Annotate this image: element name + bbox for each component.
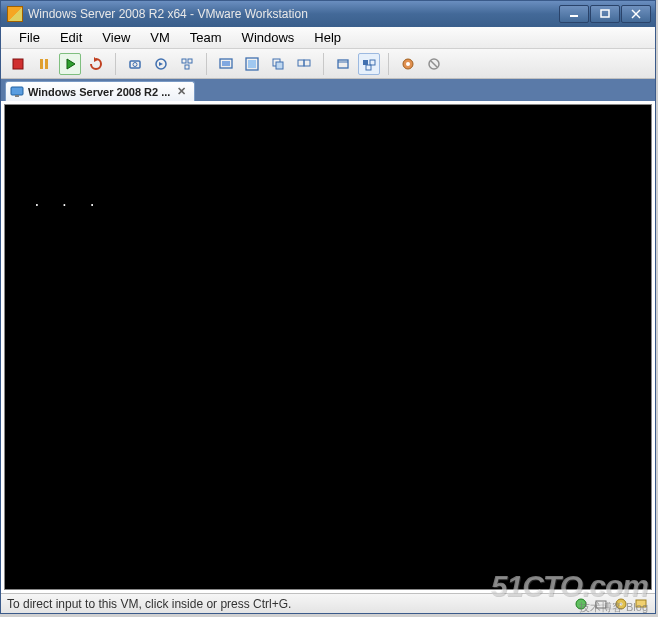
multi-monitor-button[interactable] [293,53,315,75]
tab-label: Windows Server 2008 R2 ... [28,86,170,98]
status-message: To direct input to this VM, click inside… [7,597,569,611]
quick-switch-button[interactable] [358,53,380,75]
app-icon [7,6,23,22]
console-text: . . . [33,195,102,210]
show-console-button[interactable] [215,53,237,75]
toolbar-separator [115,53,116,75]
menu-edit[interactable]: Edit [50,27,92,48]
svg-rect-16 [222,61,230,66]
toolbar-separator [206,53,207,75]
content-area: . . . [1,101,655,593]
window-title: Windows Server 2008 R2 x64 - VMware Work… [28,7,559,21]
titlebar: Windows Server 2008 R2 x64 - VMware Work… [1,1,655,27]
unity-button[interactable] [267,53,289,75]
svg-rect-23 [338,60,348,68]
svg-rect-14 [185,65,189,69]
svg-point-34 [576,599,586,609]
toolbar [1,49,655,79]
svg-rect-20 [276,62,283,69]
svg-rect-6 [45,59,48,69]
svg-line-31 [431,61,437,67]
svg-rect-21 [298,60,304,66]
monitor-icon [10,85,24,99]
svg-rect-22 [304,60,310,66]
svg-rect-12 [182,59,186,63]
minimize-button[interactable] [559,5,589,23]
power-off-button[interactable] [7,53,29,75]
svg-rect-1 [601,10,609,17]
tabbar: Windows Server 2008 R2 ... ✕ [1,79,655,101]
snapshot-take-button[interactable] [124,53,146,75]
statusbar: To direct input to this VM, click inside… [1,593,655,613]
snapshot-manager-button[interactable] [176,53,198,75]
svg-point-37 [620,602,623,605]
tab-close-button[interactable]: ✕ [174,85,188,99]
vm-console[interactable]: . . . [4,104,652,590]
svg-rect-32 [11,87,23,95]
menu-view[interactable]: View [92,27,140,48]
menu-team[interactable]: Team [180,27,232,48]
devices-icon[interactable] [593,596,609,612]
capture-input-button[interactable] [397,53,419,75]
message-icon[interactable] [633,596,649,612]
maximize-button[interactable] [590,5,620,23]
network-icon[interactable] [573,596,589,612]
release-input-button[interactable] [423,53,445,75]
svg-point-29 [406,62,410,66]
svg-rect-18 [248,60,256,68]
svg-marker-7 [67,59,75,69]
svg-rect-27 [366,65,371,70]
svg-rect-38 [636,600,646,607]
svg-rect-5 [40,59,43,69]
svg-rect-13 [188,59,192,63]
window-controls [559,5,651,23]
current-view-button[interactable] [332,53,354,75]
close-button[interactable] [621,5,651,23]
svg-rect-35 [596,601,606,608]
menu-windows[interactable]: Windows [232,27,305,48]
svg-rect-25 [363,60,368,65]
snapshot-revert-button[interactable] [150,53,172,75]
reset-button[interactable] [85,53,107,75]
play-button[interactable] [59,53,81,75]
vm-tab[interactable]: Windows Server 2008 R2 ... ✕ [5,81,195,101]
menu-file[interactable]: File [9,27,50,48]
svg-rect-26 [370,60,375,65]
svg-rect-4 [13,59,23,69]
menubar: File Edit View VM Team Windows Help [1,27,655,49]
full-screen-button[interactable] [241,53,263,75]
toolbar-separator [323,53,324,75]
toolbar-separator [388,53,389,75]
svg-point-10 [133,62,137,66]
menu-help[interactable]: Help [304,27,351,48]
app-window: Windows Server 2008 R2 x64 - VMware Work… [0,0,656,614]
svg-rect-33 [15,95,19,97]
pause-button[interactable] [33,53,55,75]
cdrom-icon[interactable] [613,596,629,612]
menu-vm[interactable]: VM [140,27,180,48]
